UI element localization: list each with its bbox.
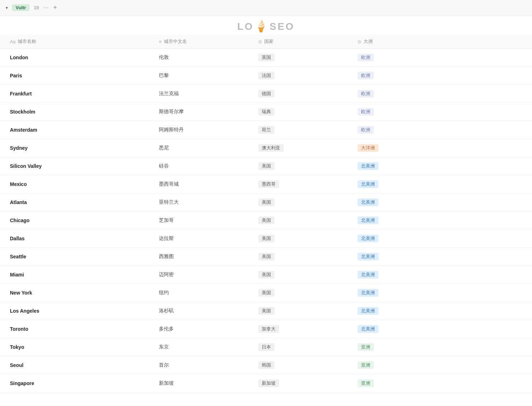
table-row[interactable]: Mexico 墨西哥城 墨西哥 北美洲 <box>0 175 532 193</box>
cell-city-chinese: 巴黎 <box>155 67 254 84</box>
table-row[interactable]: Seoul 首尔 韩国 亚洲 <box>0 356 532 374</box>
table-row[interactable]: Los Angeles 洛杉矶 美国 北美洲 <box>0 302 532 320</box>
cell-city-english: Toronto <box>6 320 155 338</box>
country-badge[interactable]: 日本 <box>258 343 275 351</box>
continent-badge[interactable]: 北美洲 <box>358 307 378 315</box>
cell-city-english: Mexico <box>6 175 155 193</box>
continent-badge[interactable]: 欧洲 <box>358 54 374 61</box>
continent-badge[interactable]: 北美洲 <box>358 289 378 297</box>
cell-continent: 北美洲 <box>353 320 453 338</box>
continent-badge[interactable]: 大洋洲 <box>358 144 378 152</box>
country-badge[interactable]: 澳大利亚 <box>258 144 284 152</box>
cell-country: 新加坡 <box>254 374 353 392</box>
table-row[interactable]: Singapore 新加坡 新加坡 亚洲 <box>0 374 532 393</box>
country-badge[interactable]: 韩国 <box>258 361 275 369</box>
cell-continent: 北美洲 <box>353 157 453 175</box>
country-badge[interactable]: 墨西哥 <box>258 180 279 188</box>
cell-continent: 欧洲 <box>353 103 453 121</box>
cell-continent: 大洋洲 <box>353 139 453 157</box>
cell-city-chinese: 斯德哥尔摩 <box>155 103 254 121</box>
table-row[interactable]: Silicon Valley 硅谷 美国 北美洲 <box>0 157 532 175</box>
cell-continent: 北美洲 <box>353 230 453 247</box>
row-count: 19 <box>34 5 39 10</box>
country-badge[interactable]: 加拿大 <box>258 325 279 333</box>
country-badge[interactable]: 法国 <box>258 72 275 79</box>
continent-badge[interactable]: 北美洲 <box>358 253 378 260</box>
header-continent[interactable]: ⊙ 大洲 <box>353 35 453 48</box>
continent-badge[interactable]: 北美洲 <box>358 271 378 279</box>
expand-icon[interactable]: ▾ <box>6 5 8 10</box>
continent-badge[interactable]: 北美洲 <box>358 162 378 170</box>
table-row[interactable]: Stockholm 斯德哥尔摩 瑞典 欧洲 <box>0 103 532 121</box>
table-row[interactable]: Paris 巴黎 法国 欧洲 <box>0 67 532 85</box>
country-badge[interactable]: 德国 <box>258 90 275 98</box>
table-row[interactable]: Miami 迈阿密 美国 北美洲 <box>0 266 532 284</box>
country-badge[interactable]: 美国 <box>258 271 275 279</box>
cell-continent: 北美洲 <box>353 284 453 302</box>
cell-country: 日本 <box>254 338 353 356</box>
table-row[interactable]: Toronto 多伦多 加拿大 北美洲 <box>0 320 532 338</box>
cell-city-chinese: 首尔 <box>155 356 254 374</box>
continent-badge[interactable]: 亚洲 <box>358 361 374 369</box>
country-badge[interactable]: 瑞典 <box>258 108 275 116</box>
country-badge[interactable]: 美国 <box>258 307 275 315</box>
continent-badge[interactable]: 欧洲 <box>358 90 374 98</box>
table-row[interactable]: Tokyo 东京 日本 亚洲 <box>0 338 532 356</box>
database-tag[interactable]: Vultr <box>12 4 29 11</box>
cell-country: 美国 <box>254 212 353 229</box>
cell-continent: 北美洲 <box>353 266 453 284</box>
table-row[interactable]: Sydney 悉尼 澳大利亚 大洋洲 <box>0 139 532 157</box>
continent-badge[interactable]: 欧洲 <box>358 72 374 79</box>
continent-badge[interactable]: 欧洲 <box>358 108 374 116</box>
cell-city-chinese: 伦敦 <box>155 49 254 66</box>
cell-city-chinese: 西雅图 <box>155 248 254 265</box>
country-badge[interactable]: 美国 <box>258 162 275 170</box>
country-badge[interactable]: 英国 <box>258 54 275 61</box>
cell-city-english: Amsterdam <box>6 121 155 139</box>
header-city-name[interactable]: Aa 城市名称 <box>6 35 155 48</box>
continent-badge[interactable]: 亚洲 <box>358 343 374 351</box>
cell-city-english: Seattle <box>6 248 155 265</box>
cell-country: 德国 <box>254 85 353 103</box>
country-badge[interactable]: 美国 <box>258 253 275 260</box>
cell-city-chinese: 达拉斯 <box>155 230 254 247</box>
cell-city-chinese: 阿姆斯特丹 <box>155 121 254 139</box>
cell-country: 澳大利亚 <box>254 139 353 157</box>
cell-country: 加拿大 <box>254 320 353 338</box>
cell-country: 美国 <box>254 302 353 320</box>
cell-city-english: London <box>6 49 155 66</box>
table-row[interactable]: Dallas 达拉斯 美国 北美洲 <box>0 230 532 248</box>
cell-city-chinese: 悉尼 <box>155 139 254 157</box>
country-badge[interactable]: 美国 <box>258 235 275 242</box>
continent-badge[interactable]: 北美洲 <box>358 325 378 333</box>
table-row[interactable]: Frankfurt 法兰克福 德国 欧洲 <box>0 85 532 103</box>
country-badge[interactable]: 美国 <box>258 289 275 297</box>
watermark: LO🍦SEO <box>0 16 532 35</box>
cell-city-chinese: 硅谷 <box>155 157 254 175</box>
continent-badge[interactable]: 北美洲 <box>358 198 378 206</box>
cell-continent: 亚洲 <box>353 356 453 374</box>
cell-city-chinese: 迈阿密 <box>155 266 254 284</box>
continent-badge[interactable]: 欧洲 <box>358 126 374 134</box>
table-row[interactable]: Chicago 芝加哥 美国 北美洲 <box>0 212 532 230</box>
table-row[interactable]: Atlanta 亚特兰大 美国 北美洲 <box>0 193 532 212</box>
header-chinese-name[interactable]: ≡ 城市中文名 <box>155 35 254 48</box>
header-country[interactable]: ⊙ 国家 <box>254 35 353 48</box>
table-row[interactable]: Amsterdam 阿姆斯特丹 荷兰 欧洲 <box>0 121 532 139</box>
more-options-icon[interactable]: ··· <box>43 5 49 11</box>
continent-badge[interactable]: 亚洲 <box>358 379 374 387</box>
table-row[interactable]: New York 纽约 美国 北美洲 <box>0 284 532 302</box>
continent-badge[interactable]: 北美洲 <box>358 216 378 224</box>
table-row[interactable]: London 伦敦 英国 欧洲 <box>0 49 532 67</box>
country-badge[interactable]: 美国 <box>258 198 275 206</box>
continent-badge[interactable]: 北美洲 <box>358 235 378 242</box>
country-badge[interactable]: 荷兰 <box>258 126 275 134</box>
country-badge[interactable]: 美国 <box>258 216 275 224</box>
cell-continent: 北美洲 <box>353 193 453 211</box>
continent-badge[interactable]: 北美洲 <box>358 180 378 188</box>
cell-country: 荷兰 <box>254 121 353 139</box>
table-row[interactable]: Seattle 西雅图 美国 北美洲 <box>0 248 532 266</box>
select-type-icon-country: ⊙ <box>258 39 262 44</box>
add-icon[interactable]: + <box>53 4 57 11</box>
country-badge[interactable]: 新加坡 <box>258 379 279 387</box>
